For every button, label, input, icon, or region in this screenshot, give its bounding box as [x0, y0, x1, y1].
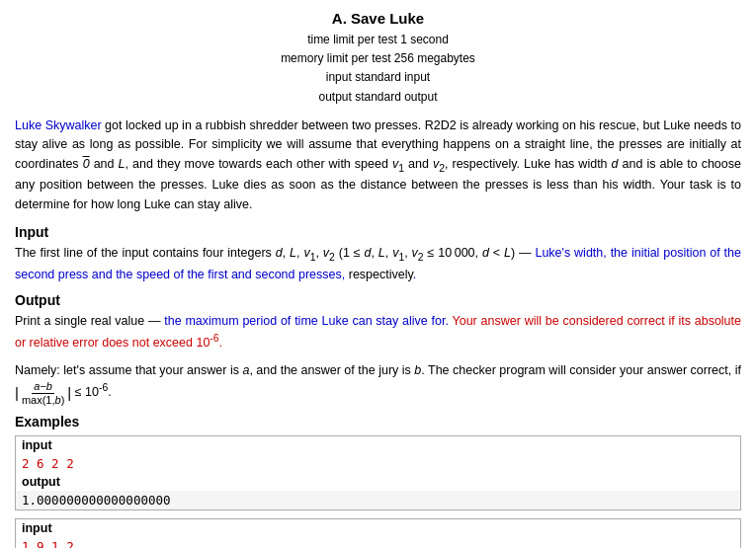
- example-block-2: input 1 9 1 2 output 2.66666666666666650…: [15, 518, 741, 548]
- input-title: Input: [15, 224, 741, 240]
- example1-output-label: output: [16, 473, 740, 491]
- input-body: The first line of the input contains fou…: [15, 244, 741, 284]
- example1-input-label: input: [16, 436, 740, 454]
- example1-input-value: 2 6 2 2: [16, 454, 740, 473]
- example2-input-value: 1 9 1 2: [16, 537, 740, 548]
- memory-limit: memory limit per test 256 megabytes: [15, 49, 741, 68]
- example-block-1: input 2 6 2 2 output 1.00000000000000000…: [15, 435, 741, 510]
- output-body: Print a single real value — the maximum …: [15, 312, 741, 353]
- formula-text: Namely: let's assume that your answer is…: [15, 361, 741, 406]
- page-title: A. Save Luke: [15, 10, 741, 27]
- examples-title: Examples: [15, 414, 741, 430]
- example2-input-label: input: [16, 519, 740, 537]
- meta-info: time limit per test 1 second memory limi…: [15, 31, 741, 107]
- example1-output-value: 1.000000000000000000: [16, 491, 740, 509]
- time-limit: time limit per test 1 second: [15, 31, 741, 49]
- output-title: Output: [15, 292, 741, 308]
- output-type: output standard output: [15, 88, 741, 107]
- problem-statement: Luke Skywalker got locked up in a rubbis…: [15, 117, 741, 214]
- input-type: input standard input: [15, 68, 741, 87]
- respectively-text: respectively: [349, 268, 413, 281]
